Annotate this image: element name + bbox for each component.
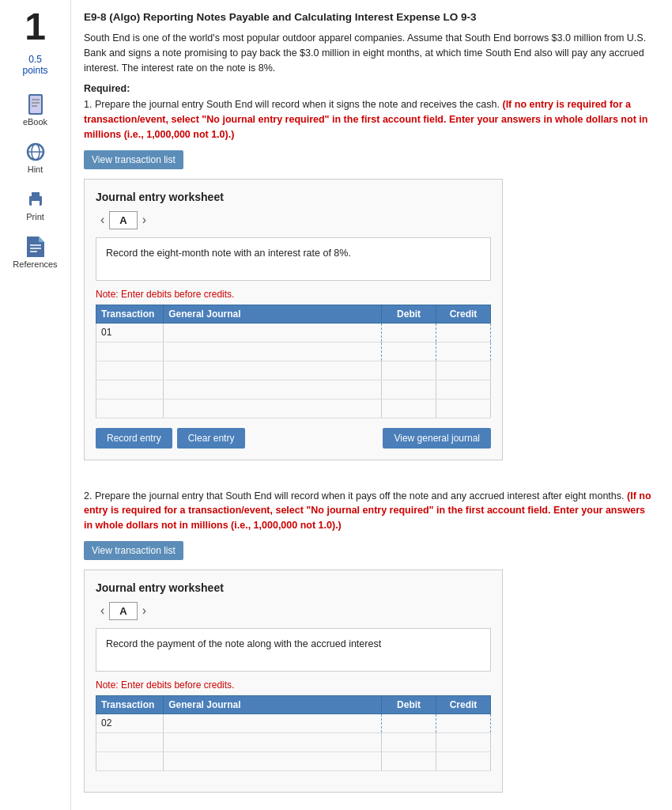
th-credit-1: Credit [436,305,491,323]
section-divider [84,476,656,489]
tab-a-2[interactable]: A [109,602,137,620]
input-credit[interactable] [441,346,485,357]
tab-next-1[interactable]: › [138,213,151,227]
svg-rect-1 [30,96,41,113]
table-row [96,751,491,770]
cell-journal [164,399,382,418]
cell-debit [382,732,436,751]
tab-row-2: ‹ A › [96,602,491,620]
main-content: E9-8 (Algo) Reporting Notes Payable and … [71,0,672,810]
th-journal-1: General Journal [164,305,382,323]
sidebar-item-references[interactable]: References [4,231,67,274]
cell-credit [436,380,491,399]
cell-journal[interactable] [164,342,382,361]
cell-transaction: 01 [96,323,164,342]
input-debit[interactable] [387,327,431,338]
th-debit-1: Debit [382,305,436,323]
btn-row-1: Record entry Clear entry View general jo… [96,428,491,449]
th-journal-2: General Journal [164,695,382,713]
cell-journal[interactable] [164,323,382,342]
view-transaction-btn-1[interactable]: View transaction list [84,150,183,169]
tab-a-1[interactable]: A [109,211,137,229]
th-transaction-1: Transaction [96,305,164,323]
input-journal[interactable] [168,384,376,395]
cell-debit [382,751,436,770]
cell-credit[interactable] [436,323,491,342]
cell-journal[interactable] [164,361,382,380]
note-box-1: Record the eight-month note with an inte… [96,237,491,281]
references-icon [25,236,47,258]
required-text-1: 1. Prepare the journal entry South End w… [84,97,656,142]
input-debit[interactable] [387,717,431,729]
tab-next-2[interactable]: › [138,604,151,618]
cell-journal [164,751,382,770]
cell-transaction [96,751,164,770]
cell-debit[interactable] [382,323,436,342]
cell-transaction [96,380,164,399]
book-icon [25,93,47,115]
table-row [96,361,491,380]
note-box-2: Record the payment of the note along wit… [96,628,491,672]
sidebar: 1 0.5 points eBook Hint Print [0,0,71,810]
worksheet-1-title: Journal entry worksheet [96,191,491,203]
table-row [96,342,491,361]
sidebar-item-print[interactable]: Print [4,184,67,226]
cell-journal[interactable] [164,732,382,751]
table-row [96,732,491,751]
input-journal[interactable] [168,736,376,748]
cell-journal[interactable] [164,713,382,732]
th-credit-2: Credit [436,695,491,713]
question-number: 1 [25,8,46,46]
cell-credit [436,399,491,418]
cell-debit[interactable] [382,713,436,732]
note-enter-1: Note: Enter debits before credits. [96,289,491,300]
clear-entry-btn-1[interactable]: Clear entry [177,428,246,449]
question-title: E9-8 (Algo) Reporting Notes Payable and … [84,11,656,23]
tab-prev-2[interactable]: ‹ [96,604,109,618]
sidebar-item-hint[interactable]: Hint [4,136,67,179]
view-transaction-btn-2[interactable]: View transaction list [84,541,183,560]
print-label: Print [26,212,44,221]
input-credit[interactable] [441,327,485,338]
points-label: 0.5 points [22,54,47,76]
references-label: References [13,259,57,269]
svg-marker-13 [39,237,44,242]
svg-rect-10 [32,201,40,206]
input-credit[interactable] [441,717,485,729]
note-enter-2: Note: Enter debits before credits. [96,679,491,691]
ebook-label: eBook [23,117,47,127]
globe-icon [25,141,47,163]
worksheet-2: Journal entry worksheet ‹ A › Record the… [84,570,503,793]
cell-credit[interactable] [436,713,491,732]
cell-debit [382,361,436,380]
cell-credit[interactable] [436,342,491,361]
sidebar-item-ebook[interactable]: eBook [4,89,67,131]
hint-label: Hint [28,165,43,174]
cell-journal[interactable] [164,380,382,399]
cell-transaction [96,732,164,751]
journal-table-2: Transaction General Journal Debit Credit… [96,695,491,771]
input-journal[interactable] [168,717,376,729]
table-row: 01 [96,323,491,342]
svg-rect-11 [29,196,42,200]
worksheet-2-title: Journal entry worksheet [96,581,491,594]
table-row: 02 [96,713,491,732]
tab-row-1: ‹ A › [96,211,491,229]
input-journal[interactable] [168,327,376,338]
input-journal[interactable] [168,365,376,376]
view-general-journal-btn-1[interactable]: View general journal [383,428,491,449]
cell-credit [436,732,491,751]
th-debit-2: Debit [382,695,436,713]
tab-prev-1[interactable]: ‹ [96,213,109,227]
cell-debit [382,380,436,399]
table-row [96,380,491,399]
cell-credit [436,361,491,380]
cell-transaction [96,342,164,361]
table-row [96,399,491,418]
question-body: South End is one of the world's most pop… [84,31,656,75]
record-entry-btn-1[interactable]: Record entry [96,428,172,449]
cell-debit [382,399,436,418]
cell-debit[interactable] [382,342,436,361]
input-debit[interactable] [387,346,431,357]
input-journal[interactable] [168,346,376,357]
